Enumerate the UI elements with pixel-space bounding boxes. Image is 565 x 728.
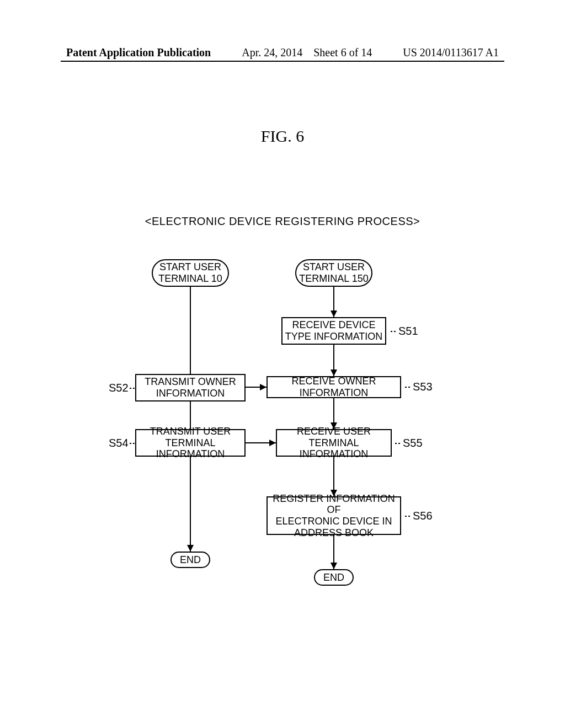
step-label-s56: S56 [413,510,433,522]
step-label-s52: S52 [109,382,129,394]
header-date-text: Apr. 24, 2014 [242,46,302,58]
terminator-start-left: START USER TERMINAL 10 [152,259,229,287]
terminator-start-right: START USER TERMINAL 150 [295,259,372,287]
process-s53: RECEIVE OWNER INFORMATION [266,376,401,398]
process-s56: REGISTER INFORMATION OF ELECTRONIC DEVIC… [266,496,401,535]
process-s51: RECEIVE DEVICE TYPE INFORMATION [281,317,386,345]
process-s56-text: REGISTER INFORMATION OF ELECTRONIC DEVIC… [268,493,400,539]
figure-title: FIG. 6 [0,127,565,146]
step-label-s51: S51 [398,325,418,338]
process-s55: RECEIVE USER TERMINAL INFORMATION [276,429,392,457]
header-row: Patent Application Publication Apr. 24, … [66,46,499,59]
header-right: US 2014/0113617 A1 [403,46,499,59]
process-s54: TRANSMIT USER TERMINAL INFORMATION [135,429,246,457]
process-s52: TRANSMIT OWNER INFORMATION [135,374,246,402]
step-label-s53: S53 [413,381,433,393]
process-s52-text: TRANSMIT OWNER INFORMATION [145,376,236,399]
terminator-end-right-text: END [323,572,344,584]
process-s55-text: RECEIVE USER TERMINAL INFORMATION [277,426,391,460]
terminator-end-left: END [170,552,210,568]
step-label-s55: S55 [403,437,423,449]
process-s53-text: RECEIVE OWNER INFORMATION [268,376,400,398]
header-rule [61,61,504,62]
terminator-end-right: END [314,569,354,586]
process-s51-text: RECEIVE DEVICE TYPE INFORMATION [285,319,383,342]
step-label-s54: S54 [109,437,129,449]
header-date: Apr. 24, 2014 Sheet 6 of 14 [242,46,372,59]
header-sheet-text: Sheet 6 of 14 [313,46,372,58]
terminator-end-left-text: END [180,554,201,566]
subtitle: <ELECTRONIC DEVICE REGISTERING PROCESS> [0,215,565,228]
flowchart-connectors [0,0,565,728]
page: Patent Application Publication Apr. 24, … [0,0,565,728]
terminator-start-right-text: START USER TERMINAL 150 [299,261,368,284]
terminator-start-left-text: START USER TERMINAL 10 [158,261,222,284]
header-left: Patent Application Publication [66,46,211,59]
process-s54-text: TRANSMIT USER TERMINAL INFORMATION [136,426,244,460]
